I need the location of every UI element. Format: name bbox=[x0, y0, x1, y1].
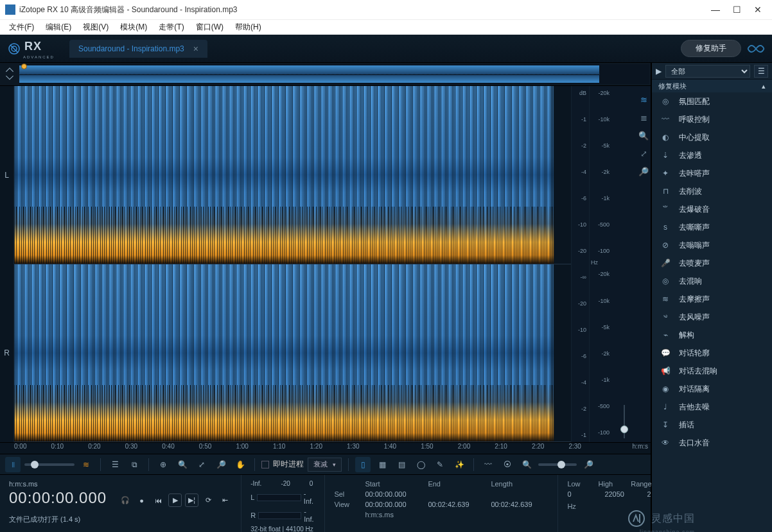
freq-high-val[interactable]: 22050 bbox=[604, 490, 629, 500]
transport-controls: 🎧 ● ⏮ ▶ ▶¦ ⟳ ⇤ bbox=[118, 493, 232, 507]
menu-view[interactable]: 视图(V) bbox=[79, 21, 112, 34]
zoom-in-y-icon[interactable]: 🔍 bbox=[638, 130, 649, 141]
module-item-saliva[interactable]: 👁去口水音 bbox=[652, 434, 772, 452]
play-button[interactable]: ▶ bbox=[168, 493, 182, 507]
overview-playhead[interactable] bbox=[21, 64, 27, 69]
zoom-out-2-icon[interactable]: 🔎 bbox=[581, 457, 596, 472]
select-freq-icon[interactable]: ▤ bbox=[394, 457, 409, 472]
lasso-free-icon[interactable]: 〰 bbox=[480, 457, 496, 472]
select-time-icon[interactable]: ▯ bbox=[355, 457, 371, 472]
module-item-insert[interactable]: ↧插话 bbox=[652, 416, 772, 434]
module-item-rustle[interactable]: ≋去摩擦声 bbox=[652, 290, 772, 308]
instant-process-checkbox[interactable] bbox=[261, 461, 269, 468]
repair-assistant-button[interactable]: 修复助手 bbox=[681, 40, 741, 57]
module-item-center[interactable]: ◐中心提取 bbox=[652, 128, 772, 146]
spectrogram-canvas[interactable] bbox=[14, 86, 571, 442]
menu-help[interactable]: 帮助(H) bbox=[231, 21, 265, 34]
document-tab[interactable]: Soundaround - Inspiration.mp3 × bbox=[69, 40, 207, 58]
assistant-wave-icon[interactable] bbox=[746, 39, 766, 58]
tool-waveform-icon[interactable]: ≋ bbox=[78, 457, 94, 472]
timeline-ruler[interactable]: 0:000:100:200:300:400:501:001:101:201:30… bbox=[0, 442, 651, 454]
vertical-tool-strip: ≋ ≣ 🔍 ⤢ 🔎 bbox=[636, 86, 651, 442]
zoom-out-icon[interactable]: 🔎 bbox=[213, 457, 229, 472]
side-play-icon[interactable]: ▶ bbox=[656, 67, 662, 76]
app-logo: RX ADVANCED bbox=[6, 39, 58, 59]
menu-file[interactable]: 文件(F) bbox=[5, 21, 38, 34]
view-end[interactable]: 00:02:42.639 bbox=[428, 501, 486, 508]
module-item-ambience[interactable]: ◎氛围匹配 bbox=[652, 92, 772, 110]
meter-L-label: L bbox=[250, 493, 254, 501]
module-item-plosive[interactable]: ⺌去爆破音 bbox=[652, 200, 772, 218]
module-label: 去爆破音 bbox=[679, 204, 710, 215]
view-length[interactable]: 00:02:42.639 bbox=[491, 501, 548, 508]
editor-toolbar: ⫴ ≋ ☰ ⧉ ⊕ 🔍 ⤢ 🔎 ✋ 即时进程 衰减 ▯ ▦ ▤ ◯ ✎ ✨ 〰 … bbox=[0, 454, 651, 474]
meter-lbl-ninf: -Inf. bbox=[250, 480, 261, 487]
module-item-isolate[interactable]: ◉对话隔离 bbox=[652, 380, 772, 398]
decon-icon: ⌁ bbox=[660, 329, 671, 341]
zoom-in-icon[interactable]: 🔍 bbox=[175, 457, 190, 472]
module-item-clip[interactable]: ⊓去削波 bbox=[652, 182, 772, 200]
module-item-mic[interactable]: 🎤去喷麦声 bbox=[652, 254, 772, 272]
rewind-button[interactable]: ⏮ bbox=[152, 493, 165, 507]
module-item-breath[interactable]: 〰呼吸控制 bbox=[652, 110, 772, 128]
module-item-wind[interactable]: ༄去风噪声 bbox=[652, 308, 772, 326]
play-range-button[interactable]: ▶¦ bbox=[185, 493, 198, 507]
zoom-full-icon[interactable]: ⤢ bbox=[194, 457, 209, 472]
loop-button[interactable]: ⟳ bbox=[202, 493, 215, 507]
channel-labels: L R bbox=[0, 86, 14, 442]
menu-tape[interactable]: 走带(T) bbox=[155, 21, 188, 34]
tool-list-icon[interactable]: ☰ bbox=[107, 457, 123, 472]
hand-tool-icon[interactable]: ✋ bbox=[232, 457, 248, 472]
record-button[interactable]: ● bbox=[135, 493, 148, 507]
overview-strip[interactable] bbox=[0, 63, 651, 86]
sel-length[interactable] bbox=[491, 490, 548, 498]
window-titlebar: iZotope RX 10 高级音频编辑器 - Soundaround - In… bbox=[0, 0, 772, 19]
window-close-button[interactable]: ✕ bbox=[754, 4, 762, 15]
view-wave-icon[interactable]: ≋ bbox=[638, 94, 649, 105]
module-item-ess[interactable]: s去嘶嘶声 bbox=[652, 218, 772, 236]
module-item-contour[interactable]: 💬对话轮廓 bbox=[652, 344, 772, 362]
select-wand-icon[interactable]: ✨ bbox=[452, 457, 467, 472]
view-bars-icon[interactable]: ≣ bbox=[638, 112, 649, 123]
menu-module[interactable]: 模块(M) bbox=[116, 21, 151, 34]
zoom-in-2-icon[interactable]: 🔍 bbox=[519, 457, 534, 472]
window-minimize-button[interactable]: — bbox=[711, 4, 720, 15]
blend-slider[interactable] bbox=[24, 463, 75, 466]
zoom-sel-icon[interactable]: ⊕ bbox=[155, 457, 171, 472]
stop-return-button[interactable]: ⇤ bbox=[218, 493, 232, 507]
overview-expand-icons[interactable] bbox=[0, 63, 19, 85]
zoom-reset-y-icon[interactable]: ⤢ bbox=[638, 148, 649, 159]
module-item-bleed[interactable]: ⇣去渗透 bbox=[652, 146, 772, 164]
module-item-deverb[interactable]: 📢对话去混响 bbox=[652, 362, 772, 380]
side-menu-icon[interactable]: ☰ bbox=[754, 65, 768, 78]
tool-spectral-icon[interactable]: ⫴ bbox=[5, 457, 21, 472]
select-timefreq-icon[interactable]: ▦ bbox=[374, 457, 390, 472]
lasso-point-icon[interactable]: ⦿ bbox=[500, 457, 515, 472]
module-item-decon[interactable]: ⌁解构 bbox=[652, 326, 772, 344]
logo-subtext: ADVANCED bbox=[23, 55, 55, 59]
zoom-out-y-icon[interactable]: 🔎 bbox=[638, 166, 649, 177]
menu-edit[interactable]: 编辑(E) bbox=[42, 21, 75, 34]
module-filter-select[interactable]: 全部 bbox=[665, 65, 750, 78]
headphones-icon[interactable]: 🎧 bbox=[118, 493, 132, 507]
sel-end[interactable] bbox=[428, 490, 486, 498]
window-maximize-button[interactable]: ☐ bbox=[733, 4, 741, 15]
meter-R-val: -Inf. bbox=[304, 508, 315, 523]
side-section-header[interactable]: 修复模块 ▴ bbox=[652, 80, 772, 92]
select-lasso-icon[interactable]: ◯ bbox=[413, 457, 428, 472]
menu-window[interactable]: 窗口(W) bbox=[192, 21, 227, 34]
tab-close-icon[interactable]: × bbox=[193, 44, 198, 54]
module-item-guitar[interactable]: ♩吉他去噪 bbox=[652, 398, 772, 416]
module-item-crackle[interactable]: ✦去咔嗒声 bbox=[652, 164, 772, 182]
tool-copy-icon[interactable]: ⧉ bbox=[127, 457, 142, 472]
zoom-slider[interactable] bbox=[538, 463, 577, 466]
view-start[interactable]: 00:00:00.000 bbox=[365, 501, 423, 508]
select-brush-icon[interactable]: ✎ bbox=[432, 457, 448, 472]
heat-slider[interactable] bbox=[619, 400, 629, 442]
fade-combo[interactable]: 衰减 bbox=[308, 458, 342, 472]
module-item-hum[interactable]: ⊘去嗡嗡声 bbox=[652, 236, 772, 254]
overview-waveform[interactable] bbox=[19, 64, 649, 84]
module-item-reverb[interactable]: ◎去混响 bbox=[652, 272, 772, 290]
freq-low-val[interactable]: 0 bbox=[567, 490, 586, 500]
sel-start[interactable]: 00:00:00.000 bbox=[365, 490, 423, 498]
